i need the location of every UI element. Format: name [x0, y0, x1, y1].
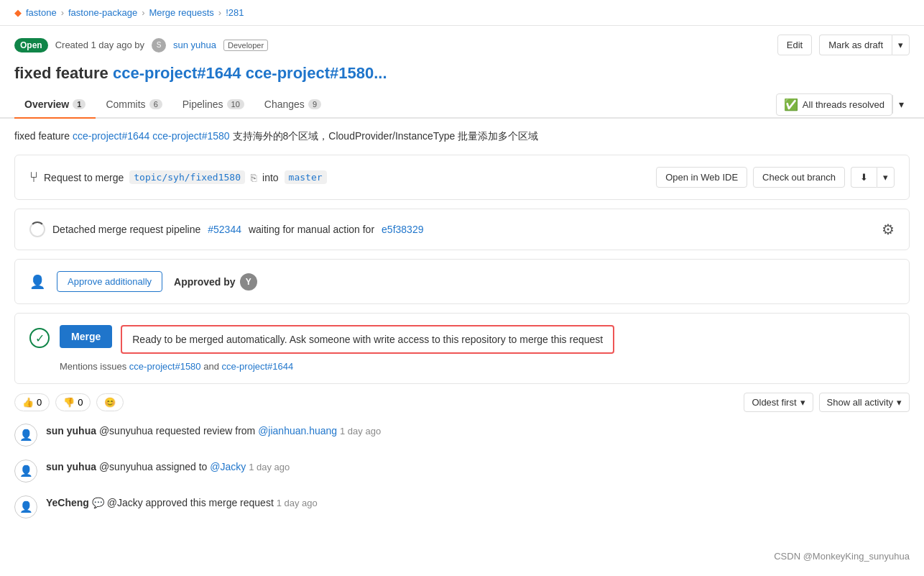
- tabs-list: Overview 1 Commits 6 Pipelines 10 Change…: [14, 91, 331, 117]
- pipeline-card: Detached merge request pipeline #52344 w…: [14, 209, 910, 250]
- oldest-first-label: Oldest first: [752, 397, 796, 408]
- activity-action: approved this merge request: [146, 497, 274, 508]
- tab-changes[interactable]: Changes 9: [254, 91, 331, 119]
- oldest-first-chevron: ▾: [800, 397, 805, 408]
- mark-draft-dropdown[interactable]: ▾: [892, 35, 910, 55]
- emoji-button[interactable]: 😊: [96, 393, 124, 411]
- breadcrumb-package[interactable]: fastone-package: [68, 7, 137, 18]
- pipeline-waiting-text: waiting for manual action for: [249, 224, 374, 235]
- thumbs-up-button[interactable]: 👍 0: [14, 393, 50, 411]
- oldest-first-dropdown[interactable]: Oldest first ▾: [744, 393, 813, 412]
- title-plain: fixed feature: [14, 64, 108, 82]
- tab-overview[interactable]: Overview 1: [14, 91, 96, 119]
- author-avatar: S: [152, 38, 166, 52]
- show-all-label: Show all activity: [827, 397, 893, 408]
- approved-by-label: Approved by: [174, 276, 236, 288]
- title-link1[interactable]: cce-project#1644: [113, 64, 241, 82]
- desc-link2[interactable]: cce-project#1580: [152, 130, 229, 142]
- thumbs-up-icon: 👍: [22, 397, 34, 408]
- mentions-line: Mentions issues cce-project#1580 and cce…: [60, 361, 895, 372]
- breadcrumb-mr-id[interactable]: !281: [226, 7, 244, 18]
- copy-branch-icon[interactable]: ⎘: [251, 172, 257, 183]
- tab-overview-label: Overview: [24, 99, 69, 110]
- download-dropdown[interactable]: ▾: [877, 167, 895, 188]
- merge-card: ✓ Merge Ready to be merged automatically…: [29, 325, 895, 372]
- download-button[interactable]: ⬇: [851, 167, 877, 188]
- tab-commits[interactable]: Commits 6: [96, 91, 172, 119]
- pipeline-link[interactable]: #52344: [208, 224, 241, 235]
- approval-card: 👤 Approve additionally Approved by Y: [14, 259, 910, 304]
- mr-description: fixed feature cce-project#1644 cce-proje…: [14, 130, 910, 143]
- merge-card-content: Merge Ready to be merged automatically. …: [60, 325, 895, 372]
- activity-handle: @sunyuhua: [99, 425, 153, 436]
- threads-resolved-group: ✅ All threads resolved ▾: [776, 93, 910, 116]
- tab-commits-label: Commits: [106, 99, 145, 110]
- tabs-bar: Overview 1 Commits 6 Pipelines 10 Change…: [0, 91, 924, 119]
- activity-time: 1 day ago: [340, 426, 381, 436]
- activity-avatar: 👤: [14, 495, 37, 518]
- tab-changes-label: Changes: [264, 99, 305, 110]
- mentions-link2[interactable]: cce-project#1644: [222, 361, 294, 372]
- merge-info-left: ⑂ Request to merge topic/syh/fixed1580 ⎘…: [29, 169, 327, 186]
- thumbs-down-count: 0: [78, 397, 83, 408]
- activity-handle: @sunyuhua: [99, 461, 153, 472]
- approval-info: 👤 Approve additionally Approved by Y: [29, 271, 895, 292]
- threads-resolved-dropdown[interactable]: ▾: [892, 95, 910, 114]
- threads-resolved-button[interactable]: ✅ All threads resolved: [776, 93, 892, 116]
- activity-handle: @Jacky: [107, 497, 143, 508]
- tab-overview-count: 1: [73, 99, 86, 109]
- reactions-group: 👍 0 👎 0 😊: [14, 393, 124, 411]
- tab-pipelines[interactable]: Pipelines 10: [172, 91, 254, 119]
- tab-pipelines-label: Pipelines: [183, 99, 223, 110]
- desc-suffix: 支持海外的8个区域，CloudProvider/InstanceType 批量添…: [233, 130, 539, 142]
- edit-button[interactable]: Edit: [777, 35, 812, 55]
- approval-user-icon: 👤: [29, 274, 45, 290]
- breadcrumb-merge-requests[interactable]: Merge requests: [149, 7, 213, 18]
- mark-draft-group: Mark as draft ▾: [819, 35, 910, 55]
- activity-username: YeCheng: [46, 497, 89, 508]
- open-badge: Open: [14, 38, 48, 52]
- breadcrumb-fastone[interactable]: fastone: [26, 7, 57, 18]
- merge-button[interactable]: Merge: [60, 325, 112, 348]
- merge-info-card: ⑂ Request to merge topic/syh/fixed1580 ⎘…: [14, 155, 910, 200]
- mentions-link1[interactable]: cce-project#1580: [129, 361, 201, 372]
- threads-resolved-label: All threads resolved: [803, 99, 884, 110]
- desc-link1[interactable]: cce-project#1644: [73, 130, 149, 142]
- check-out-branch-button[interactable]: Check out branch: [753, 167, 845, 188]
- request-to-merge-label: Request to merge: [44, 172, 124, 183]
- activity-avatar: 👤: [14, 460, 37, 483]
- merge-info-right: Open in Web IDE Check out branch ⬇ ▾: [656, 167, 895, 188]
- created-text: Created 1 day ago by: [55, 40, 144, 50]
- mark-draft-button[interactable]: Mark as draft: [819, 35, 892, 55]
- thumbs-down-button[interactable]: 👎 0: [55, 393, 91, 411]
- activity-action: requested review from: [156, 425, 256, 436]
- thumbs-down-icon: 👎: [63, 397, 75, 408]
- download-group: ⬇ ▾: [851, 167, 895, 188]
- target-branch[interactable]: master: [285, 170, 327, 184]
- activity-username: sun yuhua: [46, 425, 96, 436]
- breadcrumb: ◆ fastone › fastone-package › Merge requ…: [0, 0, 924, 26]
- activity-text: sun yuhua @sunyuhua requested review fro…: [46, 424, 381, 439]
- emoji-icon: 😊: [104, 397, 116, 408]
- pipeline-spinner-icon: [29, 221, 45, 237]
- show-all-activity-dropdown[interactable]: Show all activity ▾: [819, 393, 910, 412]
- pipeline-info: Detached merge request pipeline #52344 w…: [29, 221, 895, 238]
- list-item: 👤 sun yuhua @sunyuhua assigned to @Jacky…: [14, 460, 910, 483]
- approved-by-section: Approved by Y: [174, 273, 257, 291]
- pipeline-commit-link[interactable]: e5f38329: [382, 224, 423, 235]
- approve-additionally-button[interactable]: Approve additionally: [57, 271, 162, 292]
- title-link2[interactable]: cce-project#1580...: [246, 64, 387, 82]
- list-item: 👤 sun yuhua @sunyuhua requested review f…: [14, 424, 910, 447]
- into-label: into: [262, 172, 279, 183]
- mentions-text: Mentions issues: [60, 361, 126, 372]
- merge-info: ⑂ Request to merge topic/syh/fixed1580 ⎘…: [29, 167, 895, 188]
- open-web-ide-button[interactable]: Open in Web IDE: [656, 167, 747, 188]
- activity-mention[interactable]: @jianhuan.huang: [258, 425, 337, 436]
- source-branch[interactable]: topic/syh/fixed1580: [129, 170, 245, 184]
- activity-username: sun yuhua: [46, 461, 96, 472]
- pipeline-settings-icon[interactable]: ⚙: [882, 221, 895, 238]
- gitlab-icon: ◆: [14, 7, 22, 18]
- mentions-and: and: [203, 361, 219, 372]
- activity-mention[interactable]: @Jacky: [210, 461, 246, 472]
- author-name[interactable]: sun yuhua: [173, 40, 216, 50]
